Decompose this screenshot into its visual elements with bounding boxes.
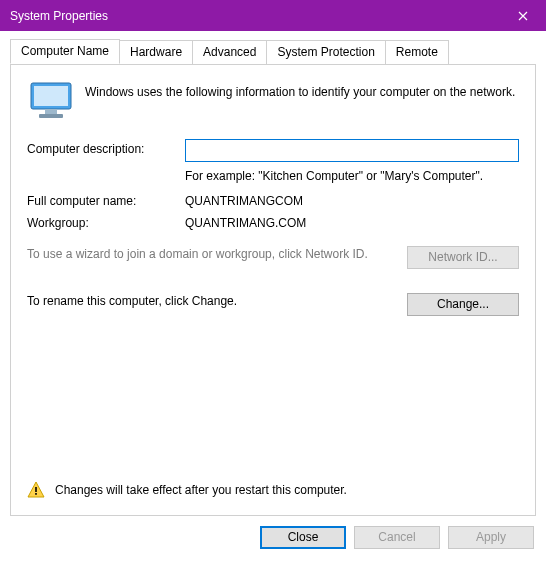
apply-button[interactable]: Apply — [448, 526, 534, 549]
svg-rect-1 — [34, 86, 68, 106]
tabstrip: Computer Name Hardware Advanced System P… — [10, 39, 536, 64]
cancel-button[interactable]: Cancel — [354, 526, 440, 549]
svg-rect-2 — [45, 109, 57, 114]
dialog-footer: Close Cancel Apply — [10, 516, 536, 549]
restart-notice-text: Changes will take effect after you resta… — [55, 483, 347, 497]
tab-remote[interactable]: Remote — [385, 40, 449, 65]
description-label: Computer description: — [27, 139, 185, 156]
tab-hardware[interactable]: Hardware — [119, 40, 193, 65]
change-button[interactable]: Change... — [407, 293, 519, 316]
tab-advanced[interactable]: Advanced — [192, 40, 267, 65]
dialog-body: Computer Name Hardware Advanced System P… — [0, 31, 546, 559]
full-name-label: Full computer name: — [27, 194, 185, 208]
network-id-text: To use a wizard to join a domain or work… — [27, 246, 407, 262]
titlebar: System Properties — [0, 0, 546, 31]
monitor-icon — [27, 81, 75, 121]
window-title: System Properties — [10, 9, 500, 23]
tabpanel-computer-name: Windows uses the following information t… — [10, 64, 536, 516]
description-input[interactable] — [185, 139, 519, 162]
warning-icon — [27, 481, 45, 499]
restart-notice-row: Changes will take effect after you resta… — [27, 481, 347, 499]
svg-rect-3 — [39, 114, 63, 118]
full-name-value: QUANTRIMANGCOM — [185, 194, 519, 208]
network-id-button[interactable]: Network ID... — [407, 246, 519, 269]
workgroup-value: QUANTRIMANG.COM — [185, 216, 519, 230]
description-example: For example: "Kitchen Computer" or "Mary… — [185, 168, 519, 184]
rename-text: To rename this computer, click Change. — [27, 293, 407, 309]
close-button[interactable]: Close — [260, 526, 346, 549]
close-icon[interactable] — [500, 0, 546, 31]
intro-text: Windows uses the following information t… — [85, 81, 515, 100]
tab-system-protection[interactable]: System Protection — [266, 40, 385, 65]
tab-computer-name[interactable]: Computer Name — [10, 39, 120, 64]
svg-rect-5 — [35, 493, 37, 495]
workgroup-label: Workgroup: — [27, 216, 185, 230]
svg-rect-4 — [35, 487, 37, 492]
